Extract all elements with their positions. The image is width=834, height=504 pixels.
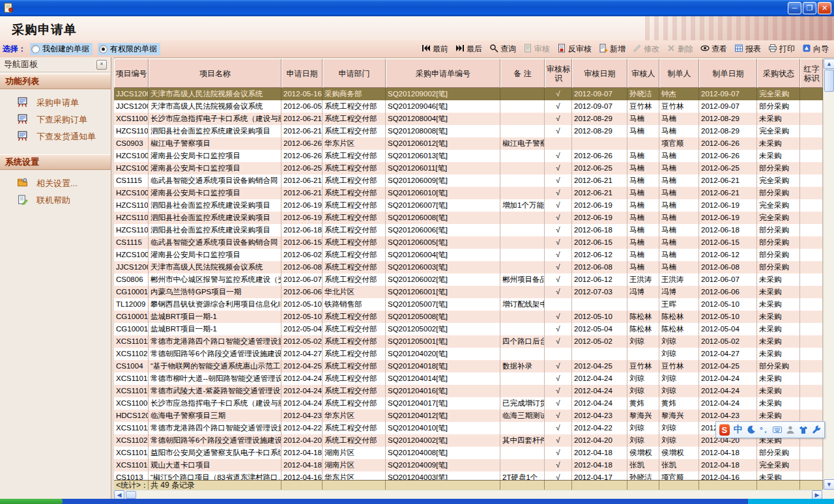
sidebar-item-相关设置...[interactable]: 相关设置...: [0, 175, 111, 192]
column-header-request-dept[interactable]: 申请部门: [323, 59, 386, 88]
radio-icon[interactable]: [31, 45, 40, 53]
table-row[interactable]: JJCS12005天津市高级人民法院视频会议系统2012-05-16采购商务部S…: [114, 88, 823, 100]
toolbar-button-最前[interactable]: 最前: [422, 44, 448, 55]
table-row[interactable]: CG10001-1盐城BRT项目一期-12012-05-04系统工程交付部SQ2…: [114, 323, 823, 335]
filter-option-label: 我创建的单据: [42, 44, 89, 55]
column-header-create-date[interactable]: 制单日期: [699, 59, 757, 88]
table-row[interactable]: TL12009攀钢西昌钒钛资源综合利用项目信息化III标2012-05-10铁路…: [114, 298, 823, 311]
table-row[interactable]: CS0806郴州市中心城区报警与监控系统建设（交警2012-06-07系统工程交…: [114, 273, 823, 286]
table-row[interactable]: CS0903椒江电子警察项目2012-06-26华东片区SQ201206012[…: [114, 137, 823, 150]
horizontal-scrollbar[interactable]: ◀ ▶: [114, 490, 823, 499]
cell-creator: 马楠: [659, 150, 699, 162]
table-row[interactable]: XCS11006长沙市应急指挥电子卡口系统（建设与服务2012-06-21系统工…: [114, 113, 823, 125]
column-header-red-flag[interactable]: 红字标识: [800, 59, 823, 88]
cell-creator: 豆竹林: [659, 100, 699, 113]
table-row[interactable]: CS1115临武县智能交通系统项目设备购销合同（前2012-06-21系统工程交…: [114, 175, 823, 187]
table-row[interactable]: HZCS11005泗阳县社会面监控系统建设采购项目2012-06-19系统工程交…: [114, 199, 823, 212]
column-header-purchase-status[interactable]: 采购状态: [757, 59, 800, 88]
sidebar-item-下查采购订单[interactable]: 下查采购订单: [0, 111, 111, 128]
table-row[interactable]: HZCS11005泗阳县社会面监控系统建设采购项目2012-06-21系统工程交…: [114, 125, 823, 137]
toolbar-button-向导[interactable]: 向导: [802, 44, 829, 55]
cell-create-date: 2012-06-06: [699, 286, 757, 298]
table-row[interactable]: CG10001内蒙乌兰浩特GPS项目一期2012-06-06华北片区SQ2012…: [114, 286, 823, 298]
column-header-creator[interactable]: 制单人: [659, 59, 699, 88]
cell-project-name: “基于物联网的智能交通系统惠山示范工程（: [149, 360, 281, 372]
minimize-button[interactable]: ─: [788, 2, 801, 14]
cell-request-dept: 华东片区: [323, 137, 386, 150]
filter-option-1[interactable]: 有权限的单据: [98, 43, 160, 55]
table-row[interactable]: CS1013“椒江5个路口项目（83省道东津村路口、822012-04-16华东…: [114, 471, 823, 480]
cell-audit-flag: √: [545, 150, 572, 162]
scroll-left-icon[interactable]: ◀: [114, 490, 124, 499]
toolbar-button-查询[interactable]: 查询: [489, 44, 516, 55]
column-header-audit-date[interactable]: 审核日期: [572, 59, 627, 88]
radio-icon[interactable]: [99, 45, 108, 53]
table-row[interactable]: JJCS12005天津市高级人民法院视频会议系统2012-06-05系统工程交付…: [114, 100, 823, 113]
chinese-mode-icon[interactable]: 中: [734, 425, 743, 435]
keyboard-icon[interactable]: [773, 425, 782, 435]
cell-create-date: 2012-05-04: [699, 323, 757, 335]
person-icon[interactable]: [786, 425, 795, 435]
table-row[interactable]: XCS11012益阳市公安局交通警察支队电子卡口系统项2012-04-18湖南片…: [114, 447, 823, 459]
column-header-remark[interactable]: 备 注: [500, 59, 545, 88]
vertical-scroll-thumb[interactable]: [824, 70, 834, 92]
cell-purchase-status: 未采购: [757, 348, 800, 360]
sidebar-item-下查发货通知单[interactable]: 下查发货通知单: [0, 128, 111, 145]
column-header-auditor[interactable]: 审核人: [627, 59, 659, 88]
sidebar-item-采购申请单[interactable]: 采购申请单: [0, 94, 111, 111]
sidebar-item-联机帮助[interactable]: 联机帮助: [0, 192, 111, 209]
table-row[interactable]: XCS11006长沙市应急指挥电子卡口系统（建设与服务2012-04-24系统工…: [114, 397, 823, 410]
cell-auditor: 豆竹林: [627, 360, 659, 372]
column-header-project-name[interactable]: 项目名称: [149, 59, 281, 88]
column-header-request-date[interactable]: 申请日期: [281, 59, 323, 88]
table-row[interactable]: XCS11019-2常德市柳叶大道--朝阳路智能交通管理设施2012-04-24…: [114, 372, 823, 385]
horizontal-scroll-thumb[interactable]: [126, 491, 136, 499]
table-row[interactable]: HZCS11005泗阳县社会面监控系统建设采购项目2012-06-19系统工程交…: [114, 212, 823, 224]
cell-red-flag: [800, 224, 823, 236]
toolbar-button-反审核[interactable]: 反审核: [557, 44, 592, 55]
wrench-icon[interactable]: [812, 425, 821, 435]
cell-project-name: 椒江电子警察项目: [149, 137, 281, 150]
table-row[interactable]: XCS11019-1常德市武陵大道-紫菱路智能交通管理设施建2012-04-24…: [114, 385, 823, 397]
sidebar-section-header-1[interactable]: 系统设置: [0, 154, 111, 170]
moon-icon[interactable]: [747, 425, 756, 435]
panel-close-icon[interactable]: ×: [96, 60, 107, 70]
sidebar-section-header-0[interactable]: 功能列表: [0, 74, 111, 89]
sogou-logo[interactable]: S: [719, 424, 730, 436]
cell-project-code: HZCS11005: [114, 125, 149, 137]
table-row[interactable]: HZCS10012灌南县公安局卡口监控项目2012-06-26系统工程交付部SQ…: [114, 150, 823, 162]
table-row[interactable]: HDCS12029临海电子警察项目三期2012-04-23华东片区SQ20120…: [114, 410, 823, 422]
table-row[interactable]: CS1004“基于物联网的智能交通系统惠山示范工程（2012-04-25系统工程…: [114, 360, 823, 372]
toolbar-button-新增[interactable]: 新增: [599, 44, 626, 55]
column-header-project-code[interactable]: 项目编号: [114, 59, 149, 88]
column-header-audit-flag[interactable]: 审核标识: [545, 59, 572, 88]
filter-option-0[interactable]: 我创建的单据: [30, 43, 93, 55]
table-row[interactable]: CG10001-1盐城BRT项目一期-12012-05-10系统工程交付部SQ2…: [114, 311, 823, 323]
toolbar-button-查看[interactable]: 查看: [700, 44, 727, 55]
start-button-sliver[interactable]: [0, 499, 63, 504]
cell-request-date: 2012-06-19: [281, 212, 323, 224]
table-row[interactable]: XCS11011常德市龙港路四个路口智能交通管理设施建2012-05-02系统工…: [114, 335, 823, 348]
toolbar-button-label: 向导: [813, 44, 829, 55]
cell-purchase-status: 完全采购: [757, 212, 800, 224]
table-row[interactable]: HZCS10012灌南县公安局卡口监控项目2012-06-02系统工程交付部SQ…: [114, 249, 823, 261]
table-row[interactable]: HZCS10012灌南县公安局卡口监控项目2012-06-25系统工程交付部SQ…: [114, 162, 823, 175]
table-row[interactable]: JJCS12005天津市高级人民法院视频会议系统2012-06-08系统工程交付…: [114, 261, 823, 273]
skin-icon[interactable]: [799, 425, 808, 435]
table-row[interactable]: HZCS10012灌南县公安局卡口监控项目2012-06-21系统工程交付部SQ…: [114, 187, 823, 199]
table-row[interactable]: CS1115临武县智能交通系统项目设备购销合同（前2012-06-15系统工程交…: [114, 236, 823, 249]
toolbar-button-报表[interactable]: 报表: [734, 44, 761, 55]
table-row[interactable]: HZCS11005泗阳县社会面监控系统建设采购项目2012-06-18系统工程交…: [114, 224, 823, 236]
cell-red-flag: [800, 125, 823, 137]
toolbar-button-打印[interactable]: 打印: [768, 44, 795, 55]
scroll-right-icon[interactable]: ▶: [812, 490, 822, 499]
close-button[interactable]: ✕: [818, 2, 831, 14]
table-row[interactable]: XCS11016观山大道卡口项目2012-04-18湖南片区SQ20120400…: [114, 459, 823, 471]
scroll-up-icon[interactable]: ▲: [824, 59, 834, 69]
scroll-down-icon[interactable]: ▼: [824, 479, 834, 490]
table-row[interactable]: XCS11021常德朝阳路等6个路段交通管理设施建设工程2012-04-27系统…: [114, 348, 823, 360]
punctuation-icon[interactable]: °，: [760, 425, 769, 435]
toolbar-button-最后[interactable]: 最后: [455, 44, 482, 55]
restore-button[interactable]: ❐: [803, 2, 816, 14]
column-header-request-no[interactable]: 采购申请单编号: [386, 59, 500, 88]
